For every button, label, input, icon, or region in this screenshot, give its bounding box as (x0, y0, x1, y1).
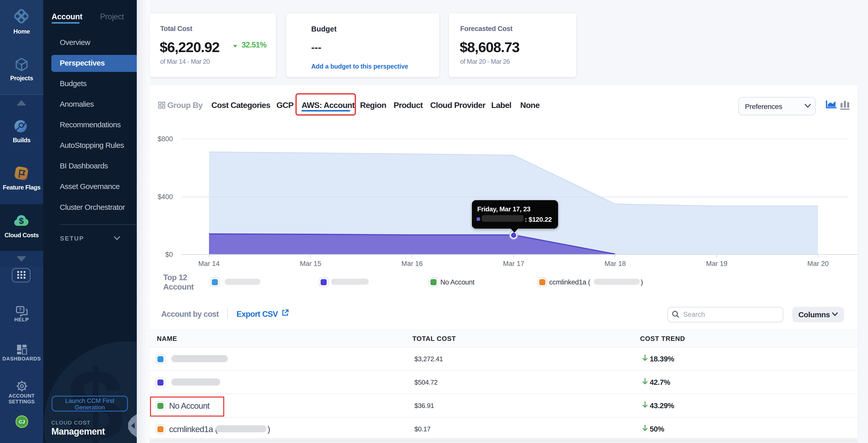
svg-text:$0: $0 (165, 251, 173, 258)
svg-text:Mar 19: Mar 19 (706, 260, 727, 268)
svg-text:Mar 16: Mar 16 (401, 260, 423, 268)
svg-text:Mar 14: Mar 14 (198, 260, 220, 268)
svg-text:?: ? (19, 307, 22, 312)
svg-text:Mar 18: Mar 18 (604, 260, 626, 268)
svg-text:$800: $800 (158, 135, 173, 143)
svg-text:$: $ (19, 216, 24, 226)
svg-text:Mar 20: Mar 20 (807, 260, 829, 268)
svg-text:Mar 15: Mar 15 (300, 260, 321, 268)
svg-text:Mar 17: Mar 17 (503, 260, 524, 268)
svg-text:$400: $400 (158, 193, 173, 201)
